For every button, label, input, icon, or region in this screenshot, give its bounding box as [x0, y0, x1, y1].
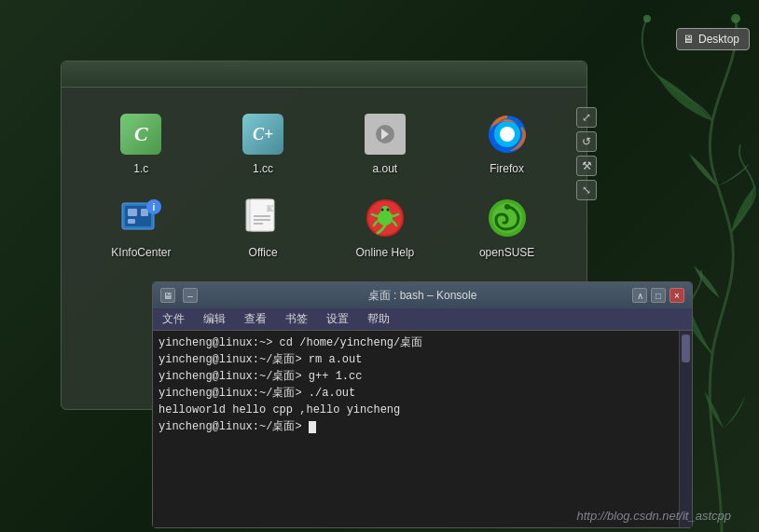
file-label-onlinehelp: Online Help	[356, 246, 415, 259]
terminal-output: yincheng@linux:~> cd /home/yincheng/桌面 y…	[159, 334, 686, 435]
firefox-icon-img	[485, 112, 530, 157]
terminal-menu-bookmarks[interactable]: 书签	[282, 309, 311, 329]
side-btn-expand[interactable]: ⤢	[576, 107, 597, 128]
file-icon-kinfocenter[interactable]: i KInfoCenter	[90, 190, 193, 265]
file-icon-office[interactable]: Office	[212, 190, 315, 265]
svg-point-24	[380, 209, 383, 211]
terminal-menu-file[interactable]: 文件	[159, 309, 188, 329]
file-icon-1cc[interactable]: C+ 1.cc	[212, 106, 315, 181]
terminal-body: yincheng@linux:~> cd /home/yincheng/桌面 y…	[153, 331, 692, 527]
file-manager-titlebar	[62, 61, 586, 88]
desktop: 🖥 Desktop ⤢ ↺ ⚒ ⤡ C 1.c	[0, 0, 759, 532]
file-icon-opensuse[interactable]: openSUSE	[455, 190, 559, 265]
onlinehelp-svg-icon	[365, 198, 406, 239]
svg-point-1	[731, 14, 740, 23]
opensuse-svg-icon	[487, 198, 528, 239]
file-icon-firefox[interactable]: Firefox	[455, 106, 559, 181]
terminal-menu-help[interactable]: 帮助	[364, 309, 393, 329]
file-label-1c: 1.c	[133, 162, 148, 175]
terminal-menubar: 文件 编辑 查看 书签 设置 帮助	[153, 308, 692, 331]
onlinehelp-icon-img	[363, 196, 407, 240]
side-btn-tools[interactable]: ⚒	[576, 156, 597, 176]
terminal-restore-btn[interactable]: □	[651, 288, 666, 303]
1c-icon-img: C	[118, 112, 163, 157]
kinfocenter-icon-img: i	[118, 196, 163, 240]
cpp-icon: C+	[242, 114, 283, 155]
file-label-opensuse: openSUSE	[479, 246, 534, 259]
terminal-menu-settings[interactable]: 设置	[323, 309, 352, 329]
svg-rect-12	[128, 219, 135, 224]
terminal-icon-btn[interactable]: 🖥	[160, 288, 175, 303]
terminal-menu-edit[interactable]: 编辑	[200, 309, 229, 329]
opensuse-icon-img	[485, 196, 530, 240]
terminal-menu-view[interactable]: 查看	[241, 309, 270, 329]
svg-point-28	[504, 204, 510, 210]
desktop-button-label: Desktop	[698, 33, 739, 46]
kinfocenter-svg-icon: i	[118, 196, 163, 240]
terminal-titlebar: 🖥 – 桌面 : bash – Konsole ∧ □ ×	[153, 282, 692, 308]
office-svg-icon	[242, 198, 283, 239]
c-icon: C	[120, 114, 161, 155]
office-icon-img	[241, 196, 285, 240]
terminal-close-btn[interactable]: ×	[669, 288, 684, 303]
side-btn-collapse[interactable]: ⤡	[576, 180, 597, 200]
terminal-scrollbar-thumb[interactable]	[682, 334, 690, 362]
file-label-office: Office	[249, 246, 278, 259]
side-btn-refresh[interactable]: ↺	[576, 131, 597, 152]
file-label-firefox: Firefox	[490, 162, 524, 175]
file-icon-onlinehelp[interactable]: Online Help	[334, 190, 437, 265]
file-label-aout: a.out	[373, 162, 398, 175]
aout-icon-img	[363, 112, 407, 157]
svg-point-2	[643, 15, 651, 22]
1cc-icon-img: C+	[241, 112, 285, 157]
terminal-arrow-up[interactable]: ∧	[632, 288, 647, 303]
desktop-button[interactable]: 🖥 Desktop	[676, 28, 750, 50]
terminal-title: 桌面 : bash – Konsole	[368, 288, 477, 304]
file-icon-1c[interactable]: C 1.c	[90, 106, 193, 181]
svg-rect-10	[128, 209, 137, 216]
svg-point-25	[386, 209, 389, 211]
terminal-scrollbar[interactable]	[679, 331, 692, 527]
file-label-1cc: 1.cc	[253, 162, 273, 175]
file-icon-aout[interactable]: a.out	[334, 106, 437, 181]
file-manager-content: C 1.c C+ 1.cc	[62, 88, 586, 283]
svg-point-7	[500, 127, 515, 142]
file-label-kinfocenter: KInfoCenter	[111, 246, 171, 259]
terminal-window: 🖥 – 桌面 : bash – Konsole ∧ □ × 文件 编辑 查看 书…	[152, 281, 693, 528]
desktop-icon: 🖥	[683, 33, 694, 46]
terminal-minimize-btn[interactable]: –	[183, 288, 198, 303]
svg-rect-16	[250, 199, 274, 231]
firefox-svg-icon	[487, 114, 528, 155]
aout-svg-icon	[365, 114, 406, 155]
svg-text:i: i	[153, 202, 156, 212]
